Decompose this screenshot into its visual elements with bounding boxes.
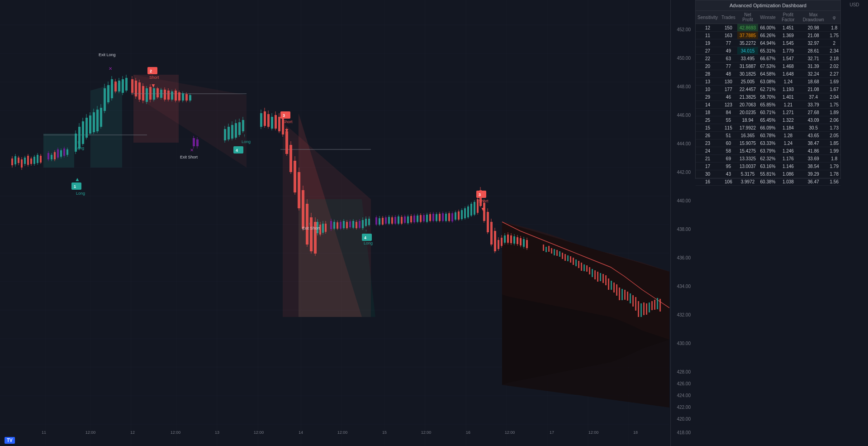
svg-rect-376	[578, 261, 579, 268]
svg-rect-365	[548, 246, 550, 252]
table-row[interactable]: 15 115 17.9922 66.09% 1.184 30.5 1.73	[696, 124, 840, 132]
table-row[interactable]: 19 77 35.2272 64.94% 1.545 32.97 2	[696, 39, 840, 47]
svg-text:15: 15	[382, 430, 387, 435]
table-row[interactable]: 29 46 21.3825 58.70% 1.401 37.4 2.04	[696, 93, 840, 101]
svg-text:Short: Short	[479, 199, 489, 203]
svg-text:4: 4	[364, 235, 366, 240]
svg-rect-400	[643, 302, 645, 315]
price-430: 430.00	[677, 341, 693, 346]
svg-rect-396	[632, 295, 634, 307]
table-row[interactable]: 20 77 31.5887 67.53% 1.468 31.39 2.02	[696, 62, 840, 70]
svg-text:↑: ↑	[243, 133, 246, 138]
svg-text:12:00: 12:00	[505, 430, 515, 435]
svg-rect-397	[635, 297, 636, 311]
svg-rect-366	[551, 248, 552, 254]
price-436: 436.00	[677, 255, 693, 260]
svg-text:▲: ▲	[75, 176, 80, 182]
price-442: 442.00	[677, 170, 693, 175]
svg-rect-370	[562, 253, 563, 259]
table-row[interactable]: 23 60 15.9075 63.33% 1.24 38.47 1.85	[696, 139, 840, 147]
table-row[interactable]: 16 106 3.9972 60.38% 1.038 36.47 1.56	[696, 178, 840, 186]
table-row[interactable]: 22 63 33.495 66.67% 1.547 32.71 2.18	[696, 55, 840, 62]
svg-rect-308	[280, 111, 290, 119]
dashboard-title: Advanced Optimization Dashboard	[696, 0, 840, 11]
table-row[interactable]: 28 48 30.1825 64.58% 1.648 32.24 2.27	[696, 70, 840, 78]
chart-svg: 1 Long ▲ 2 Short ▼ Exit Long ✕ ↑ Long 3 …	[0, 0, 669, 446]
svg-rect-324	[476, 191, 486, 198]
svg-text:Exit Short: Exit Short	[180, 155, 198, 159]
chart-container: 1 Long ▲ 2 Short ▼ Exit Long ✕ ↑ Long 3 …	[0, 0, 669, 446]
svg-rect-377	[581, 263, 582, 271]
table-row[interactable]: 11 163 37.7885 66.26% 1.369 21.08 1.75	[696, 32, 840, 39]
svg-rect-379	[586, 265, 588, 272]
svg-text:12:00: 12:00	[337, 430, 348, 435]
svg-text:Long: Long	[76, 191, 85, 196]
svg-rect-399	[640, 303, 642, 317]
table-row[interactable]: 18 84 20.0235 60.71% 1.271 27.68 1.89	[696, 109, 840, 116]
svg-text:12:00: 12:00	[254, 430, 264, 435]
table-row[interactable]: 25 55 18.94 65.45% 1.322 43.09 2.06	[696, 116, 840, 124]
svg-rect-406	[659, 299, 661, 312]
table-row[interactable]: 17 95 13.0037 63.16% 1.146 38.54 1.79	[696, 163, 840, 170]
svg-rect-320	[362, 234, 372, 241]
table-row[interactable]: 30 43 5.3175 55.81% 1.086 39.29 1.78	[696, 170, 840, 178]
table-row[interactable]: 21 69 13.3325 62.32% 1.176 33.69 1.8	[696, 155, 840, 163]
table-row[interactable]: 14 123 20.7063 65.85% 1.21 33.79 1.75	[696, 101, 840, 109]
svg-text:↑: ↑	[365, 228, 367, 233]
svg-text:3: 3	[283, 113, 285, 118]
price-426: 426.00	[677, 381, 693, 386]
svg-rect-401	[646, 303, 647, 315]
col-max-drawdown: Max Drawdown	[799, 11, 828, 24]
svg-text:11: 11	[42, 430, 46, 435]
svg-rect-364	[545, 247, 547, 252]
svg-text:12:00: 12:00	[171, 430, 181, 435]
price-432: 432.00	[677, 312, 693, 317]
svg-text:▼: ▼	[480, 206, 486, 212]
price-444: 444.00	[677, 141, 693, 146]
svg-text:▼: ▼	[284, 127, 289, 134]
svg-text:18: 18	[633, 430, 638, 435]
price-424: 424.00	[677, 393, 693, 398]
svg-text:▼: ▼	[151, 82, 156, 89]
table-row[interactable]: 10 177 22.4457 62.71% 1.193 21.08 1.67	[696, 86, 840, 93]
svg-rect-300	[147, 67, 157, 74]
col-phi: φ	[828, 11, 841, 24]
svg-text:Long: Long	[75, 146, 84, 150]
table-row[interactable]: 12 150 42.8693 66.00% 1.451 20.98 1.8	[696, 24, 840, 32]
svg-rect-371	[564, 254, 566, 261]
table-row[interactable]: 27 49 34.015 65.31% 1.779 28.61 2.34	[696, 47, 840, 55]
svg-rect-386	[605, 275, 607, 285]
svg-text:↑: ↑	[308, 221, 311, 226]
currency-label: USD	[841, 2, 868, 7]
svg-rect-391	[619, 288, 620, 300]
svg-rect-394	[627, 292, 628, 301]
dashboard-table-body: 12 150 42.8693 66.00% 1.451 20.98 1.8 11…	[696, 24, 840, 186]
svg-marker-33	[90, 82, 122, 168]
svg-text:Long: Long	[242, 139, 251, 144]
svg-rect-373	[570, 256, 571, 263]
table-row[interactable]: 13 130 25.005 63.08% 1.24 18.68 1.69	[696, 78, 840, 86]
svg-text:4: 4	[236, 148, 238, 153]
svg-text:Exit Long: Exit Long	[99, 53, 116, 57]
svg-rect-378	[583, 264, 585, 271]
price-450: 450.00	[677, 56, 693, 61]
svg-marker-38	[299, 199, 375, 317]
price-418: 418.00	[677, 430, 693, 435]
svg-rect-387	[608, 278, 609, 290]
svg-rect-398	[638, 301, 639, 317]
price-448: 448.00	[677, 84, 693, 89]
svg-rect-312	[233, 146, 243, 153]
price-axis: 452.00 450.00 448.00 446.00 444.00 442.0…	[670, 0, 697, 446]
table-row[interactable]: 26 51 16.365 60.78% 1.28 43.65 2.05	[696, 132, 840, 139]
table-row[interactable]: 24 58 15.4275 63.79% 1.246 41.86 1.99	[696, 147, 840, 155]
svg-rect-369	[559, 251, 560, 257]
svg-rect-375	[575, 259, 577, 266]
svg-text:16: 16	[466, 430, 470, 435]
svg-text:Short: Short	[149, 75, 159, 80]
svg-rect-402	[649, 302, 650, 312]
price-422: 422.00	[677, 405, 693, 410]
svg-text:2: 2	[150, 69, 152, 73]
svg-text:12:00: 12:00	[421, 430, 432, 435]
svg-rect-380	[589, 267, 590, 274]
svg-rect-381	[592, 269, 593, 277]
